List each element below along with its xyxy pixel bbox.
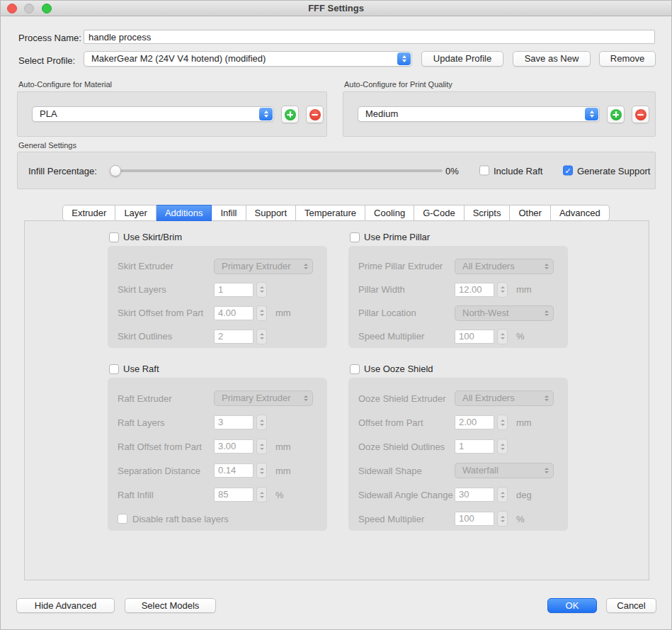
pillar-width-stepper[interactable] [497, 282, 508, 298]
label-disable-raft-base-layers: Disable raft base layers [132, 514, 229, 524]
material-group-box: PLA [17, 91, 327, 137]
raft-infill-stepper[interactable] [256, 487, 267, 502]
plus-icon [610, 109, 622, 120]
skirt-outlines-input[interactable]: 2 [214, 330, 254, 344]
material-value: PLA [40, 108, 57, 119]
tab-temperature[interactable]: Temperature [296, 205, 365, 221]
speed-multiplier-input[interactable]: 100 [455, 330, 494, 344]
tab-extruder[interactable]: Extruder [62, 205, 115, 221]
ok-button[interactable]: OK [547, 598, 597, 613]
tab-layer[interactable]: Layer [115, 205, 156, 221]
sidewall-angle-change-input[interactable]: 30 [455, 488, 494, 502]
label-sidewall-angle-change: Sidewall Angle Change [358, 490, 455, 500]
raft-offset-from-part-stepper[interactable] [256, 439, 267, 454]
skirt-layers-stepper[interactable] [256, 282, 267, 298]
material-group-title: Auto-Configure for Material [17, 80, 327, 89]
tab-g-code[interactable]: G-Code [414, 205, 465, 221]
use-skirt-brim-box: Skirt ExtruderPrimary ExtruderSkirt Laye… [108, 246, 327, 348]
save-as-new-button[interactable]: Save as New [513, 51, 591, 67]
speed-multiplier-stepper[interactable] [497, 511, 508, 527]
row-raft-infill: Raft Infill85% [118, 483, 320, 507]
section-label-use-skirt-brim: Use Skirt/Brim [123, 232, 182, 242]
speed-multiplier-stepper[interactable] [497, 329, 508, 344]
material-remove-button[interactable] [306, 106, 324, 123]
select-profile-label: Select Profile: [18, 55, 75, 66]
label-offset-from-part: Offset from Part [358, 417, 455, 428]
tab-scripts[interactable]: Scripts [465, 205, 511, 221]
use-raft-checkbox[interactable] [109, 364, 119, 374]
plus-icon [285, 109, 296, 120]
separation-distance-stepper[interactable] [256, 463, 267, 478]
hide-advanced-button[interactable]: Hide Advanced [16, 598, 115, 613]
material-add-button[interactable] [281, 106, 299, 123]
ooze-shield-extruder-dropdown[interactable]: All Extruders [455, 390, 554, 406]
row-separation-distance: Separation Distance0.14mm [118, 459, 320, 483]
use-ooze-shield-box: Ooze Shield ExtruderAll ExtrudersOffset … [348, 378, 568, 531]
tab-bar: ExtruderLayerAdditionsInfillSupportTempe… [1, 205, 671, 221]
minus-icon [309, 109, 321, 120]
label-ooze-shield-outlines: Ooze Shield Outlines [358, 441, 455, 452]
skirt-offset-from-part-stepper[interactable] [256, 305, 267, 321]
section-use-skirt-brim: Use Skirt/BrimSkirt ExtruderPrimary Extr… [108, 231, 327, 348]
tab-additions[interactable]: Additions [156, 205, 212, 221]
tab-other[interactable]: Other [510, 205, 551, 221]
disable-raft-base-layers-checkbox[interactable] [118, 514, 127, 524]
skirt-offset-from-part-input[interactable]: 4.00 [214, 306, 254, 320]
raft-layers-stepper[interactable] [256, 415, 267, 430]
tab-advanced[interactable]: Advanced [551, 205, 610, 221]
tab-support[interactable]: Support [246, 205, 297, 221]
include-raft-checkbox[interactable] [479, 166, 489, 176]
quality-dropdown[interactable]: Medium [358, 106, 600, 122]
quality-remove-button[interactable] [632, 106, 649, 123]
label-skirt-layers: Skirt Layers [118, 284, 214, 295]
offset-from-part-input[interactable]: 2.00 [455, 415, 494, 429]
raft-layers-input[interactable]: 3 [214, 415, 254, 429]
row-skirt-extruder: Skirt ExtruderPrimary Extruder [118, 254, 320, 278]
pillar-location-dropdown[interactable]: North-West [455, 305, 554, 321]
speed-multiplier-unit: % [516, 331, 525, 342]
infill-slider[interactable] [111, 169, 443, 172]
quality-add-button[interactable] [607, 106, 625, 123]
speed-multiplier-input[interactable]: 100 [455, 512, 494, 526]
label-separation-distance: Separation Distance [118, 466, 214, 476]
label-skirt-offset-from-part: Skirt Offset from Part [118, 308, 214, 318]
process-name-input[interactable] [84, 30, 655, 44]
use-prime-pillar-checkbox[interactable] [350, 232, 360, 242]
sidewall-shape-dropdown[interactable]: Waterfall [455, 463, 554, 478]
ooze-shield-outlines-input[interactable]: 1 [455, 439, 494, 454]
sidewall-angle-change-stepper[interactable] [497, 487, 508, 502]
label-speed-multiplier: Speed Multiplier [358, 514, 455, 524]
raft-extruder-dropdown[interactable]: Primary Extruder [214, 390, 313, 406]
section-label-use-raft: Use Raft [123, 364, 159, 374]
generate-support-checkbox[interactable]: ✓ [563, 166, 573, 176]
raft-offset-from-part-unit: mm [275, 441, 291, 452]
generate-support-label: Generate Support [577, 165, 650, 176]
material-dropdown[interactable]: PLA [32, 106, 274, 122]
use-ooze-shield-checkbox[interactable] [350, 364, 360, 374]
skirt-extruder-dropdown[interactable]: Primary Extruder [214, 259, 313, 274]
remove-button[interactable]: Remove [599, 51, 656, 67]
separation-distance-input[interactable]: 0.14 [214, 463, 254, 478]
use-skirt-brim-checkbox[interactable] [109, 232, 119, 242]
update-profile-button[interactable]: Update Profile [421, 51, 503, 67]
raft-infill-input[interactable]: 85 [214, 488, 254, 502]
row-ooze-shield-outlines: Ooze Shield Outlines1 [358, 434, 561, 459]
section-header-use-ooze-shield: Use Ooze Shield [350, 363, 568, 375]
cancel-button[interactable]: Cancel [606, 598, 656, 613]
sidewall-shape-value: Waterfall [462, 465, 499, 476]
row-offset-from-part: Offset from Part2.00mm [358, 410, 561, 434]
select-models-button[interactable]: Select Models [125, 598, 216, 613]
label-pillar-width: Pillar Width [358, 284, 455, 295]
skirt-layers-input[interactable]: 1 [214, 283, 254, 297]
section-header-use-prime-pillar: Use Prime Pillar [350, 231, 568, 243]
select-profile-dropdown[interactable]: MakerGear M2 (24V V4 hotend) (modified) [84, 51, 412, 67]
pillar-width-input[interactable]: 12.00 [455, 283, 494, 297]
tab-cooling[interactable]: Cooling [365, 205, 414, 221]
ooze-shield-outlines-stepper[interactable] [497, 439, 508, 454]
offset-from-part-stepper[interactable] [497, 415, 508, 430]
slider-thumb[interactable] [110, 165, 121, 176]
tab-infill[interactable]: Infill [212, 205, 246, 221]
skirt-outlines-stepper[interactable] [256, 329, 267, 344]
prime-pillar-extruder-dropdown[interactable]: All Extruders [455, 259, 554, 274]
raft-offset-from-part-input[interactable]: 3.00 [214, 439, 254, 454]
